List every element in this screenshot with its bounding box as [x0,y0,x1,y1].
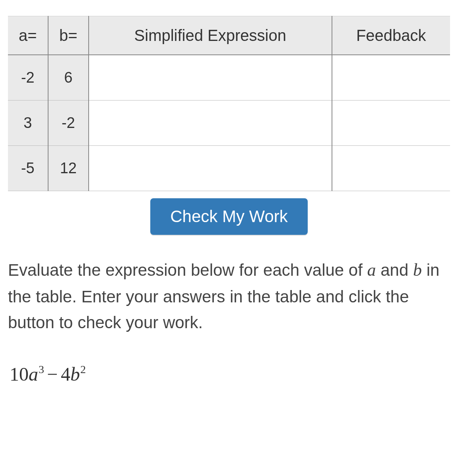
cell-a: 3 [8,101,48,146]
cell-b: 12 [48,146,89,191]
expr-minus: − [44,364,61,385]
table-row: -5 12 [8,146,450,191]
expr-coef2: 4 [61,364,70,385]
values-table: a= b= Simplified Expression Feedback -2 … [8,16,450,191]
math-expression: 10a3−4b2 [10,363,450,385]
cell-simplified-input[interactable] [89,55,332,101]
expr-coef1: 10 [10,364,29,385]
cell-a: -5 [8,146,48,191]
cell-feedback [332,146,450,191]
header-b: b= [48,16,89,55]
table-row: -2 6 [8,55,450,101]
header-simplified: Simplified Expression [89,16,332,55]
cell-simplified-input[interactable] [89,146,332,191]
instructions-part1: Evaluate the expression below for each v… [8,261,367,279]
cell-b: 6 [48,55,89,101]
exercise-container: a= b= Simplified Expression Feedback -2 … [8,16,450,385]
cell-b: -2 [48,101,89,146]
table-header-row: a= b= Simplified Expression Feedback [8,16,450,55]
expr-var2: b [70,364,80,385]
cell-feedback [332,55,450,101]
instructions-part2: and [376,261,413,279]
cell-feedback [332,101,450,146]
table-row: 3 -2 [8,101,450,146]
expr-var1: a [29,364,38,385]
instructions-var-b: b [413,260,422,280]
header-feedback: Feedback [332,16,450,55]
cell-a: -2 [8,55,48,101]
instructions-text: Evaluate the expression below for each v… [8,257,450,335]
expr-exp1: 3 [39,363,44,375]
check-my-work-button[interactable]: Check My Work [150,198,308,235]
cell-simplified-input[interactable] [89,101,332,146]
header-a: a= [8,16,48,55]
instructions-var-a: a [367,260,376,280]
expr-exp2: 2 [80,363,86,375]
button-row: Check My Work [8,198,450,235]
